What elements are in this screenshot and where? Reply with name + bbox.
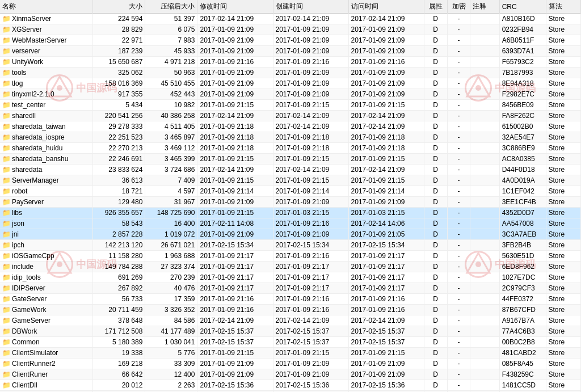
col-header-crc[interactable]: CRC xyxy=(499,0,546,14)
table-row[interactable]: 📁tinyxml2-2.1.0 917 355 452 443 2017-01-… xyxy=(0,89,581,100)
table-row[interactable]: 📁test_center 5 434 10 982 2017-01-09 21:… xyxy=(0,100,581,111)
col-header-size[interactable]: 大小 xyxy=(93,0,145,14)
table-row[interactable]: 📁libs 926 355 657 148 725 690 2017-01-09… xyxy=(0,208,581,218)
cell-method: Store xyxy=(546,46,580,57)
cell-method: Store xyxy=(546,272,580,283)
table-row[interactable]: 📁IDIPServer 267 892 40 476 2017-01-09 21… xyxy=(0,283,581,294)
cell-ctime: 2017-02-15 15:37 xyxy=(273,326,348,337)
col-header-name[interactable]: 名称 xyxy=(0,0,93,14)
col-header-ctime[interactable]: 创建时间 xyxy=(273,0,348,14)
col-header-atime[interactable]: 访问时间 xyxy=(348,0,424,14)
cell-compsize: 40 476 xyxy=(145,283,197,294)
cell-ctime: 2017-01-09 21:09 xyxy=(273,197,348,208)
table-row[interactable]: 📁idip_tools 691 269 270 239 2017-01-09 2… xyxy=(0,272,581,283)
table-row[interactable]: 📁ClientSimulator 19 338 5 776 2017-01-09… xyxy=(0,348,581,359)
cell-method: Store xyxy=(546,78,580,89)
col-header-enc[interactable]: 加密 xyxy=(447,0,470,14)
cell-mtime: 2017-01-09 21:15 xyxy=(197,208,273,218)
table-row[interactable]: 📁robot 18 721 4 597 2017-01-09 21:14 201… xyxy=(0,186,581,197)
cell-comment xyxy=(470,132,499,143)
cell-method: Store xyxy=(546,218,580,229)
cell-ctime: 2017-02-15 15:36 xyxy=(273,380,348,391)
cell-ctime: 2017-01-09 21:09 xyxy=(273,24,348,35)
cell-atime: 2017-01-09 21:09 xyxy=(348,24,424,35)
table-row[interactable]: 📁sharedata_iospre 22 251 523 3 465 897 2… xyxy=(0,132,581,143)
cell-crc: 1027E7DC xyxy=(499,272,546,283)
cell-size: 5 180 389 xyxy=(93,337,145,348)
table-row[interactable]: 📁ClientRunner2 169 218 33 309 2017-01-09… xyxy=(0,359,581,369)
col-header-compsize[interactable]: 压缩后大小 xyxy=(145,0,197,14)
cell-attr: D xyxy=(424,283,447,294)
cell-crc: 77A4C6B3 xyxy=(499,326,546,337)
table-row[interactable]: 📁PayServer 129 480 31 967 2017-01-09 21:… xyxy=(0,197,581,208)
cell-name: 📁test_center xyxy=(0,100,93,111)
cell-compsize: 4 971 218 xyxy=(145,57,197,68)
cell-method: Store xyxy=(546,348,580,359)
cell-size: 19 338 xyxy=(93,348,145,359)
table-row[interactable]: 📁ServerManager 36 613 7 409 2017-01-09 2… xyxy=(0,175,581,186)
table-row[interactable]: 📁Common 5 180 389 1 030 041 2017-02-15 1… xyxy=(0,337,581,348)
table-row[interactable]: 📁json 58 543 16 400 2017-02-11 14:08 201… xyxy=(0,218,581,229)
table-row[interactable]: 📁WebMasterServer 22 971 7 983 2017-01-09… xyxy=(0,35,581,46)
cell-method: Store xyxy=(546,208,580,218)
cell-compsize: 45 933 xyxy=(145,46,197,57)
cell-ctime: 2017-01-09 21:16 xyxy=(273,57,348,68)
table-row[interactable]: 📁DBWork 171 712 508 41 177 489 2017-02-1… xyxy=(0,326,581,337)
col-header-mtime[interactable]: 修改时间 xyxy=(197,0,273,14)
cell-comment xyxy=(470,326,499,337)
table-row[interactable]: 📁tools 325 062 50 963 2017-01-09 21:09 2… xyxy=(0,68,581,78)
table-row[interactable]: 📁GateServer 56 733 17 359 2017-01-09 21:… xyxy=(0,294,581,305)
cell-crc: 8E94A318 xyxy=(499,78,546,89)
table-row[interactable]: 📁verserver 187 239 45 933 2017-01-09 21:… xyxy=(0,46,581,57)
cell-enc: - xyxy=(447,359,470,369)
cell-ctime: 2017-01-09 21:15 xyxy=(273,348,348,359)
table-row[interactable]: 📁ipch 142 213 120 26 671 021 2017-02-15 … xyxy=(0,240,581,251)
cell-method: Store xyxy=(546,197,580,208)
table-row[interactable]: 📁sharedata_taiwan 29 278 333 4 511 405 2… xyxy=(0,121,581,132)
cell-attr: D xyxy=(424,154,447,165)
cell-ctime: 2017-01-09 21:17 xyxy=(273,262,348,272)
cell-method: Store xyxy=(546,326,580,337)
cell-crc: FA8F262C xyxy=(499,111,546,121)
table-row[interactable]: 📁sharedll 220 541 256 40 386 258 2017-02… xyxy=(0,111,581,121)
cell-enc: - xyxy=(447,186,470,197)
table-row[interactable]: 📁sharedata_huidu 22 270 213 3 469 112 20… xyxy=(0,143,581,154)
table-row[interactable]: 📁jni 2 857 228 1 019 072 2017-01-09 21:0… xyxy=(0,229,581,240)
cell-crc: 6ED8F962 xyxy=(499,262,546,272)
table-row[interactable]: 📁tlog 158 016 369 45 510 455 2017-01-09 … xyxy=(0,78,581,89)
table-row[interactable]: 📁GameServer 378 648 84 586 2017-02-14 21… xyxy=(0,315,581,326)
cell-size: 22 270 213 xyxy=(93,143,145,154)
cell-method: Store xyxy=(546,283,580,294)
cell-mtime: 2017-01-09 21:09 xyxy=(197,68,273,78)
cell-ctime: 2017-01-09 21:09 xyxy=(273,359,348,369)
table-row[interactable]: 📁sharedata 23 833 624 3 724 686 2017-02-… xyxy=(0,165,581,175)
cell-method: Store xyxy=(546,315,580,326)
cell-compsize: 452 443 xyxy=(145,89,197,100)
table-row[interactable]: 📁XGServer 28 829 6 075 2017-01-09 21:09 … xyxy=(0,24,581,35)
cell-ctime: 2017-02-14 21:09 xyxy=(273,121,348,132)
table-row[interactable]: 📁ClientRuner 66 642 12 400 2017-01-09 21… xyxy=(0,369,581,380)
cell-crc: 3EE1CF4B xyxy=(499,197,546,208)
table-row[interactable]: 📁include 149 784 288 27 323 374 2017-01-… xyxy=(0,262,581,272)
table-row[interactable]: 📁iOSGameCpp 11 158 280 1 963 688 2017-01… xyxy=(0,251,581,262)
table-row[interactable]: 📁XinmaServer 224 594 51 397 2017-02-14 2… xyxy=(0,14,581,24)
cell-attr: D xyxy=(424,337,447,348)
col-header-attr[interactable]: 属性 xyxy=(424,0,447,14)
table-row[interactable]: 📁GameWork 20 711 459 3 326 352 2017-01-0… xyxy=(0,305,581,315)
table-row[interactable]: 📁ClientDll 20 012 2 263 2017-02-15 15:36… xyxy=(0,380,581,391)
folder-icon: 📁 xyxy=(2,349,11,357)
cell-crc: 0232FB94 xyxy=(499,24,546,35)
cell-attr: D xyxy=(424,111,447,121)
cell-crc: 7B187993 xyxy=(499,68,546,78)
table-row[interactable]: 📁sharedata_banshu 22 246 691 3 465 399 2… xyxy=(0,154,581,165)
col-header-comment[interactable]: 注释 xyxy=(470,0,499,14)
cell-mtime: 2017-01-09 21:09 xyxy=(197,197,273,208)
cell-compsize: 1 019 072 xyxy=(145,229,197,240)
col-header-method[interactable]: 算法 xyxy=(546,0,580,14)
cell-name: 📁ipch xyxy=(0,240,93,251)
cell-method: Store xyxy=(546,14,580,24)
cell-attr: D xyxy=(424,218,447,229)
table-row[interactable]: 📁UnityWork 15 650 687 4 971 218 2017-01-… xyxy=(0,57,581,68)
folder-icon: 📁 xyxy=(2,327,11,335)
folder-icon: 📁 xyxy=(2,198,11,206)
